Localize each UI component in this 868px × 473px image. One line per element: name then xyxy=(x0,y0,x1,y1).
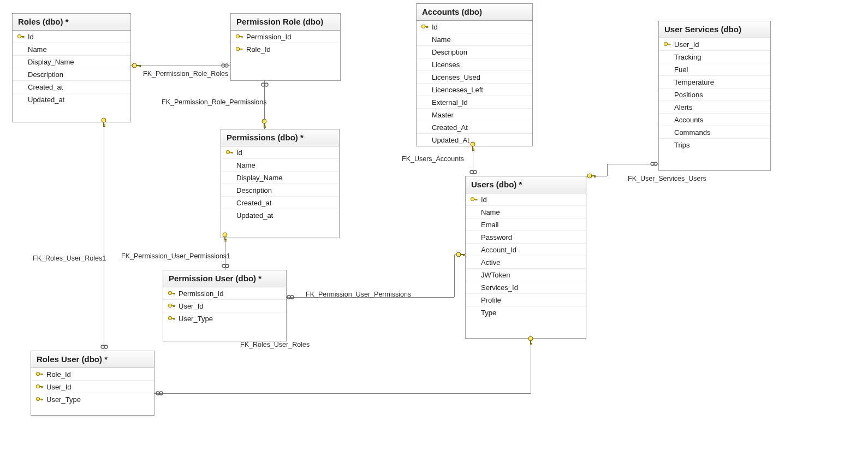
column-row[interactable]: Temperature xyxy=(659,76,770,88)
column-row[interactable]: User_Id xyxy=(659,38,770,51)
relationship-line xyxy=(104,116,104,351)
primary-key-icon xyxy=(168,291,175,296)
relationship-label: FK_Users_Accounts xyxy=(402,155,464,163)
column-name: Trips xyxy=(674,141,689,149)
column-row[interactable]: Account_Id xyxy=(466,244,586,256)
table-accounts[interactable]: Accounts (dbo) IdNameDescriptionLicenses… xyxy=(416,3,533,146)
column-row[interactable]: Positions xyxy=(659,88,770,101)
column-row[interactable]: Fuel xyxy=(659,63,770,76)
column-row[interactable]: Trips xyxy=(659,139,770,151)
infinity-end-icon xyxy=(221,62,229,69)
column-row[interactable]: Created_at xyxy=(13,81,130,93)
column-row[interactable]: Email xyxy=(466,218,586,231)
column-row[interactable]: Commands xyxy=(659,126,770,139)
column-row[interactable]: Permission_Id xyxy=(231,31,340,43)
column-row[interactable]: User_Id xyxy=(31,381,154,393)
column-row[interactable]: Accounts xyxy=(659,114,770,126)
table-roles-user[interactable]: Roles User (dbo) * Role_IdUser_IdUser_Ty… xyxy=(31,351,154,416)
column-name: Account_Id xyxy=(481,246,516,254)
primary-key-icon xyxy=(35,371,43,377)
table-columns: IdNameEmailPasswordAccount_IdActiveJWTok… xyxy=(466,193,586,318)
column-name: Profile xyxy=(481,296,501,304)
table-users[interactable]: Users (dbo) * IdNameEmailPasswordAccount… xyxy=(465,176,586,339)
primary-key-icon xyxy=(225,150,233,155)
key-end-icon xyxy=(469,141,477,152)
column-name: Display_Name xyxy=(28,58,74,66)
column-row[interactable]: Display_Name xyxy=(13,56,130,68)
column-row[interactable]: Created_At xyxy=(417,121,532,134)
key-end-icon xyxy=(455,251,466,258)
column-name: Accounts xyxy=(674,116,703,124)
column-row[interactable]: Tracking xyxy=(659,51,770,63)
table-title: Accounts (dbo) xyxy=(417,4,532,21)
relationship-label: FK_User_Services_Users xyxy=(628,175,706,182)
table-title: Permission Role (dbo) xyxy=(231,14,340,31)
column-row[interactable]: Display_Name xyxy=(221,172,339,184)
column-name: Id xyxy=(432,23,438,31)
column-row[interactable]: Name xyxy=(466,206,586,218)
column-name: Services_Id xyxy=(481,283,518,292)
infinity-end-icon xyxy=(469,168,478,176)
infinity-end-icon xyxy=(286,293,295,301)
relationship-line xyxy=(607,164,608,176)
primary-key-icon xyxy=(235,34,243,39)
column-row[interactable]: Id xyxy=(417,21,532,33)
column-name: Role_Id xyxy=(246,45,271,54)
column-name: Updated_At xyxy=(432,136,469,144)
column-row[interactable]: Description xyxy=(221,184,339,197)
column-row[interactable]: Alerts xyxy=(659,101,770,114)
column-row[interactable]: Type xyxy=(466,306,586,318)
column-name: Role_Id xyxy=(46,370,71,379)
table-roles[interactable]: Roles (dbo) * IdNameDisplay_NameDescript… xyxy=(12,13,131,122)
column-row[interactable]: Licenceses_Left xyxy=(417,84,532,96)
column-row[interactable]: Updated_at xyxy=(221,209,339,221)
column-name: Email xyxy=(481,221,499,229)
table-permissions[interactable]: Permissions (dbo) * IdNameDisplay_NameDe… xyxy=(221,129,340,238)
column-row[interactable]: Id xyxy=(221,146,339,159)
column-row[interactable]: Description xyxy=(417,46,532,58)
column-row[interactable]: Profile xyxy=(466,294,586,306)
column-row[interactable]: Updated_at xyxy=(13,93,130,105)
column-row[interactable]: Created_at xyxy=(221,197,339,209)
table-permission-user[interactable]: Permission User (dbo) * Permission_IdUse… xyxy=(163,270,287,341)
column-name: Description xyxy=(28,70,63,79)
erd-canvas[interactable]: Roles (dbo) * IdNameDisplay_NameDescript… xyxy=(0,0,868,473)
column-row[interactable]: Permission_Id xyxy=(163,287,286,300)
column-name: Commands xyxy=(674,128,710,137)
column-row[interactable]: Licenses_Used xyxy=(417,71,532,84)
column-name: External_Id xyxy=(432,98,468,107)
infinity-end-icon xyxy=(221,262,230,270)
column-row[interactable]: Password xyxy=(466,231,586,244)
table-title: Permissions (dbo) * xyxy=(221,129,339,146)
column-row[interactable]: User_Type xyxy=(31,393,154,405)
column-row[interactable]: Id xyxy=(466,193,586,206)
column-row[interactable]: External_Id xyxy=(417,96,532,109)
column-row[interactable]: Name xyxy=(13,43,130,56)
table-title: Roles User (dbo) * xyxy=(31,351,154,368)
column-name: Display_Name xyxy=(236,174,283,182)
column-name: Temperature xyxy=(674,78,714,86)
column-row[interactable]: Active xyxy=(466,256,586,269)
key-end-icon xyxy=(527,335,534,346)
column-row[interactable]: User_Id xyxy=(163,300,286,312)
column-name: Id xyxy=(236,149,242,157)
column-name: User_Type xyxy=(46,395,81,404)
primary-key-icon xyxy=(470,197,478,202)
column-name: Id xyxy=(481,196,487,204)
column-row[interactable]: User_Type xyxy=(163,312,286,324)
column-row[interactable]: Role_Id xyxy=(31,368,154,381)
column-row[interactable]: Name xyxy=(417,33,532,46)
column-row[interactable]: Description xyxy=(13,68,130,81)
column-row[interactable]: Role_Id xyxy=(231,43,340,55)
table-user-services[interactable]: User Services (dbo) User_IdTrackingFuelT… xyxy=(658,21,771,171)
table-permission-role[interactable]: Permission Role (dbo) Permission_IdRole_… xyxy=(230,13,341,81)
column-row[interactable]: Master xyxy=(417,109,532,121)
column-row[interactable]: Licenses xyxy=(417,58,532,71)
column-row[interactable]: JWToken xyxy=(466,269,586,281)
column-row[interactable]: Name xyxy=(221,159,339,172)
primary-key-icon xyxy=(168,316,175,321)
column-row[interactable]: Id xyxy=(13,31,130,43)
column-name: Active xyxy=(481,258,500,267)
column-row[interactable]: Services_Id xyxy=(466,281,586,294)
column-name: Name xyxy=(28,45,47,54)
